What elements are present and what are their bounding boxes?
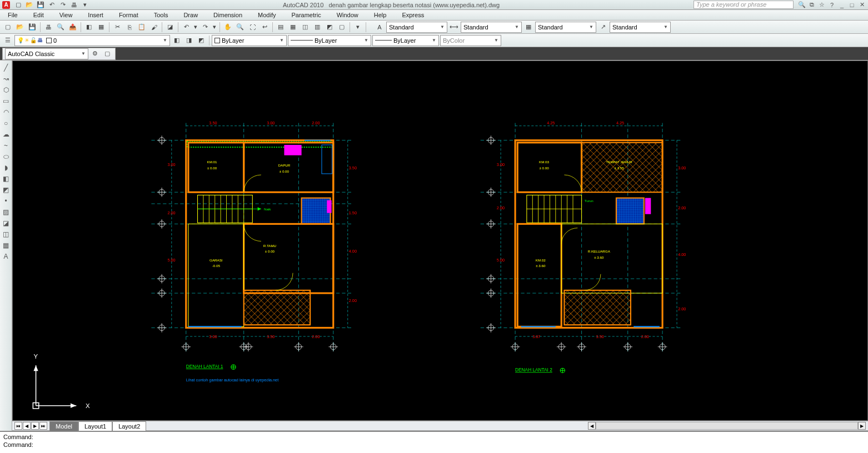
save-icon[interactable]: 💾 — [37, 1, 44, 9]
point-icon[interactable]: • — [1, 196, 11, 206]
rect-icon[interactable]: ▭ — [1, 96, 11, 106]
redo-icon[interactable]: ↷ — [59, 1, 67, 9]
new-icon[interactable]: ▢ — [14, 1, 22, 9]
layer-mgr-icon[interactable]: ☰ — [2, 35, 13, 46]
hscroll-left-icon[interactable]: ◀ — [588, 422, 596, 430]
linetype-select[interactable]: ByLayer▼ — [288, 35, 371, 46]
hscroll-right-icon[interactable]: ▶ — [858, 422, 866, 430]
tab-prev-icon[interactable]: ◀ — [23, 422, 31, 430]
table-icon[interactable]: ▦ — [1, 240, 11, 250]
menu-dimension[interactable]: Dimension — [206, 10, 250, 20]
menu-insert[interactable]: Insert — [80, 10, 111, 20]
region-icon[interactable]: ◫ — [1, 229, 11, 239]
workspace-select[interactable]: AutoCAD Classic▼ — [5, 48, 88, 59]
sheet-icon[interactable]: ▦ — [96, 22, 107, 33]
mtext-icon[interactable]: A — [1, 251, 11, 261]
3ddwf-icon[interactable]: ◧ — [83, 22, 94, 33]
polygon-icon[interactable]: ⬡ — [1, 85, 11, 95]
spline-icon[interactable]: ~ — [1, 140, 11, 150]
menu-modify[interactable]: Modify — [250, 10, 283, 20]
arc-icon[interactable]: ◠ — [1, 107, 11, 117]
cut-icon[interactable]: ✂ — [112, 22, 123, 33]
redo-drop-icon[interactable]: ▾ — [212, 22, 217, 33]
lineweight-select[interactable]: ByLayer▼ — [372, 35, 439, 46]
menu-format[interactable]: Format — [111, 10, 146, 20]
tab-first-icon[interactable]: ⏮ — [14, 422, 22, 430]
tab-layout2[interactable]: Layout2 — [112, 421, 146, 431]
command-window[interactable]: Command: Command: — [0, 431, 868, 453]
mleader-style-select[interactable]: Standard▼ — [610, 22, 671, 33]
tp-icon[interactable]: ◫ — [300, 22, 311, 33]
help-search-input[interactable]: Type a keyword or phrase — [694, 1, 794, 9]
match-icon[interactable]: 🖌 — [148, 22, 159, 33]
dc-icon[interactable]: ▦ — [287, 22, 298, 33]
plot-icon[interactable]: 🖶 — [43, 22, 54, 33]
markup-icon[interactable]: ◩ — [324, 22, 335, 33]
tablestyle-icon[interactable]: ▦ — [523, 22, 534, 33]
pan-icon[interactable]: ✋ — [222, 22, 233, 33]
block-make-icon[interactable]: ◩ — [1, 185, 11, 195]
zoomprev-icon[interactable]: ↩ — [259, 22, 270, 33]
hatch-icon[interactable]: ▨ — [1, 207, 11, 217]
cui-icon[interactable]: ▾ — [352, 22, 363, 33]
print-icon[interactable]: 🖶 — [70, 1, 78, 9]
copy-icon[interactable]: ⎘ — [124, 22, 135, 33]
zoomrt-icon[interactable]: 🔍 — [235, 22, 246, 33]
menu-tools[interactable]: Tools — [146, 10, 176, 20]
menu-view[interactable]: View — [52, 10, 81, 20]
undo-drop-icon[interactable]: ▾ — [193, 22, 198, 33]
hscroll-track[interactable] — [596, 422, 858, 430]
model-viewport[interactable]: X Y — [12, 61, 868, 421]
qat-dropdown-icon[interactable]: ▾ — [81, 1, 89, 9]
qnew-icon[interactable]: ▢ — [2, 22, 13, 33]
close-doc-icon[interactable]: ✕ — [858, 1, 866, 9]
layer-select[interactable]: 💡 ☀ 🔓 🖶 0▼ — [14, 35, 170, 46]
circle-icon[interactable]: ○ — [1, 118, 11, 128]
layer-iso-icon[interactable]: ◩ — [196, 35, 207, 46]
revcloud-icon[interactable]: ☁ — [1, 129, 11, 139]
dimstyle-icon[interactable]: ⟷ — [448, 22, 460, 33]
min-doc-icon[interactable]: _ — [838, 1, 846, 9]
prop-icon[interactable]: ▤ — [275, 22, 286, 33]
tab-last-icon[interactable]: ⏭ — [39, 422, 47, 430]
color-select[interactable]: ByLayer▼ — [212, 35, 287, 46]
qcalc-icon[interactable]: ▢ — [336, 22, 347, 33]
undo2-icon[interactable]: ↶ — [181, 22, 192, 33]
app-logo-icon[interactable]: A — [2, 1, 10, 9]
tab-layout1[interactable]: Layout1 — [78, 421, 112, 431]
search-icon[interactable]: 🔍 — [798, 1, 806, 9]
redo2-icon[interactable]: ↷ — [199, 22, 211, 33]
table-style-select[interactable]: Standard▼ — [535, 22, 596, 33]
menu-help[interactable]: Help — [366, 10, 395, 20]
textstyle-icon[interactable]: A — [374, 22, 385, 33]
max-doc-icon[interactable]: □ — [848, 1, 856, 9]
gradient-icon[interactable]: ◪ — [1, 218, 11, 228]
ellipsearc-icon[interactable]: ◗ — [1, 163, 11, 173]
menu-express[interactable]: Express — [394, 10, 432, 20]
menu-edit[interactable]: Edit — [26, 10, 52, 20]
open-icon[interactable]: 📂 — [14, 22, 26, 33]
zoomwin-icon[interactable]: ⛶ — [247, 22, 258, 33]
mlstyle-icon[interactable]: ↗ — [597, 22, 608, 33]
ws-lock-icon[interactable]: ▢ — [102, 48, 113, 59]
pline-icon[interactable]: ↝ — [1, 74, 11, 84]
help-icon[interactable]: ? — [828, 1, 836, 9]
menu-file[interactable]: File — [0, 10, 26, 20]
comm-icon[interactable]: ☆ — [818, 1, 826, 9]
preview-icon[interactable]: 🔍 — [55, 22, 66, 33]
ws-gear-icon[interactable]: ⚙ — [89, 48, 101, 59]
save-icon[interactable]: 💾 — [27, 22, 38, 33]
menu-draw[interactable]: Draw — [176, 10, 206, 20]
menu-window[interactable]: Window — [329, 10, 366, 20]
ellipse-icon[interactable]: ⬭ — [1, 152, 11, 162]
paste-icon[interactable]: 📋 — [136, 22, 147, 33]
text-style-select[interactable]: Standard▼ — [386, 22, 447, 33]
tab-model[interactable]: Model — [49, 421, 78, 431]
menu-parametric[interactable]: Parametric — [283, 10, 328, 20]
line-icon[interactable]: ╱ — [1, 63, 11, 73]
layer-state-icon[interactable]: ◧ — [171, 35, 182, 46]
layer-prev-icon[interactable]: ◨ — [183, 35, 194, 46]
open-icon[interactable]: 📂 — [26, 1, 33, 9]
undo-icon[interactable]: ↶ — [48, 1, 56, 9]
insert-icon[interactable]: ◧ — [1, 174, 11, 184]
